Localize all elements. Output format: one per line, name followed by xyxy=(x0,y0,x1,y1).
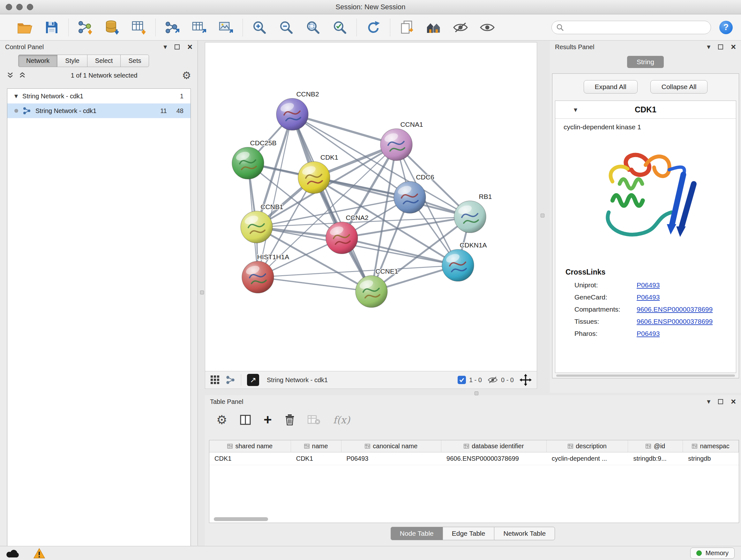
zoom-selected-button[interactable] xyxy=(332,19,348,36)
selected-checkbox-icon[interactable] xyxy=(458,376,466,384)
export-image-button[interactable] xyxy=(218,19,234,36)
memory-button[interactable]: Memory xyxy=(690,548,735,559)
help-button[interactable]: ? xyxy=(719,21,733,34)
table-settings-icon[interactable]: ⚙ xyxy=(216,414,227,426)
float-panel-icon[interactable] xyxy=(718,399,723,404)
network-node-ccnb2[interactable] xyxy=(276,98,308,130)
table-row[interactable]: CDK1CDK1P064939606.ENSP00000378699cyclin… xyxy=(209,452,739,465)
network-node-ccna1[interactable] xyxy=(381,129,412,161)
column-header[interactable]: database identifier xyxy=(441,440,547,452)
network-overview-icon[interactable] xyxy=(226,375,235,385)
zoom-in-button[interactable] xyxy=(251,19,268,36)
copy-document-button[interactable] xyxy=(399,19,415,36)
zoom-out-button[interactable] xyxy=(278,19,294,36)
import-network-file-button[interactable] xyxy=(77,19,93,36)
tab-network-table[interactable]: Network Table xyxy=(494,527,555,540)
table-cell[interactable]: stringdb xyxy=(683,452,739,465)
add-column-icon[interactable]: + xyxy=(264,413,272,427)
section-collapse-icon[interactable]: ▾ xyxy=(574,106,577,113)
column-header[interactable]: name xyxy=(291,440,341,452)
splitter-handle-right[interactable] xyxy=(541,213,544,217)
columns-icon[interactable] xyxy=(240,415,251,425)
float-panel-icon[interactable] xyxy=(718,44,723,50)
column-header[interactable]: canonical name xyxy=(341,440,442,452)
table-cell[interactable]: cyclin-dependent ... xyxy=(547,452,628,465)
minimize-window-button[interactable] xyxy=(16,4,23,10)
table-cell[interactable]: stringdb:9... xyxy=(628,452,683,465)
table-cell[interactable]: CDK1 xyxy=(209,452,291,465)
function-builder-icon[interactable]: f(x) xyxy=(333,414,350,426)
close-panel-icon[interactable]: × xyxy=(731,397,736,406)
hidden-eye-icon[interactable] xyxy=(488,376,498,384)
cloud-icon[interactable] xyxy=(6,549,20,558)
search-box[interactable] xyxy=(551,21,711,34)
network-node-ccnb1[interactable] xyxy=(241,211,273,243)
crosslink-link[interactable]: P06493 xyxy=(636,281,660,289)
column-header[interactable]: description xyxy=(547,440,628,452)
table-cell[interactable]: CDK1 xyxy=(291,452,341,465)
crosslink-link[interactable]: P06493 xyxy=(636,330,660,337)
network-canvas[interactable]: CCNB2CCNA1CDC25BCDK1CDC6RB1CCNB1CCNA2CDK… xyxy=(205,42,537,371)
panel-menu-icon[interactable]: ▾ xyxy=(163,44,167,51)
tab-edge-table[interactable]: Edge Table xyxy=(443,527,495,540)
network-node-cdk1[interactable] xyxy=(298,162,330,193)
network-row-selected[interactable]: String Network - cdk1 11 48 xyxy=(7,104,191,118)
expand-all-button[interactable]: Expand All xyxy=(584,80,637,94)
float-panel-icon[interactable] xyxy=(175,44,180,50)
tab-select[interactable]: Select xyxy=(87,55,121,67)
panel-menu-icon[interactable]: ▾ xyxy=(707,398,711,405)
tab-string[interactable]: String xyxy=(627,56,664,68)
crosslink-link[interactable]: 9606.ENSP00000378699 xyxy=(636,306,713,313)
close-panel-icon[interactable]: × xyxy=(731,43,736,51)
show-graphics-details-button[interactable] xyxy=(479,19,495,36)
network-edge[interactable] xyxy=(258,114,292,277)
column-header[interactable]: namespac xyxy=(683,440,739,452)
grid-view-icon[interactable] xyxy=(210,375,220,385)
tab-network[interactable]: Network xyxy=(18,55,57,67)
network-collection-row[interactable]: ▾ String Network - cdk1 1 xyxy=(7,89,191,104)
network-edge[interactable] xyxy=(292,114,396,145)
table-horizontal-scrollbar[interactable] xyxy=(214,517,268,521)
tab-sets[interactable]: Sets xyxy=(120,55,149,67)
open-session-button[interactable] xyxy=(17,19,33,36)
warning-icon[interactable] xyxy=(33,548,45,559)
zoom-window-button[interactable] xyxy=(27,4,33,10)
gear-icon[interactable]: ⚙ xyxy=(182,70,191,80)
export-table-button[interactable] xyxy=(191,19,207,36)
crosslink-link[interactable]: 9606.ENSP00000378699 xyxy=(636,318,713,325)
crosslink-link[interactable]: P06493 xyxy=(636,294,660,301)
network-node-hist1h1a[interactable] xyxy=(242,261,274,293)
collapse-all-button[interactable]: Collapse All xyxy=(650,80,708,94)
panel-menu-icon[interactable]: ▾ xyxy=(707,44,711,51)
network-node-cdkn1a[interactable] xyxy=(442,249,474,281)
zoom-fit-button[interactable] xyxy=(305,19,321,36)
column-header[interactable]: @id xyxy=(628,440,683,452)
save-session-button[interactable] xyxy=(44,19,60,36)
glass-ball-effect-button[interactable] xyxy=(452,19,469,36)
network-edge[interactable] xyxy=(342,238,458,265)
collapse-all-icon[interactable] xyxy=(6,71,14,79)
tab-style[interactable]: Style xyxy=(57,55,87,67)
tree-expand-icon[interactable]: ▾ xyxy=(14,92,18,100)
import-table-button[interactable] xyxy=(131,19,147,36)
apply-layout-button[interactable] xyxy=(365,19,382,36)
detach-view-button[interactable]: ↗ xyxy=(247,374,259,386)
pan-crosshair-icon[interactable] xyxy=(520,374,532,386)
network-node-cdc25b[interactable] xyxy=(232,147,264,179)
network-edge[interactable] xyxy=(258,277,372,292)
network-from-selection-button[interactable] xyxy=(164,19,181,36)
delete-column-icon[interactable] xyxy=(285,414,295,426)
network-node-rb1[interactable] xyxy=(454,201,486,233)
column-header[interactable]: shared name xyxy=(209,440,291,452)
splitter-handle-bottom[interactable] xyxy=(475,391,478,395)
string-settings-button[interactable] xyxy=(425,19,442,36)
close-window-button[interactable] xyxy=(6,4,12,10)
import-network-database-button[interactable] xyxy=(104,19,120,36)
expand-all-icon[interactable] xyxy=(18,71,26,79)
delete-table-icon[interactable] xyxy=(308,415,320,425)
network-edge[interactable] xyxy=(292,114,372,292)
protein-section-header[interactable]: ▾ CDK1 xyxy=(555,101,736,119)
close-panel-icon[interactable]: × xyxy=(187,43,192,51)
search-input[interactable] xyxy=(567,23,706,31)
splitter-handle-left[interactable] xyxy=(200,291,204,294)
